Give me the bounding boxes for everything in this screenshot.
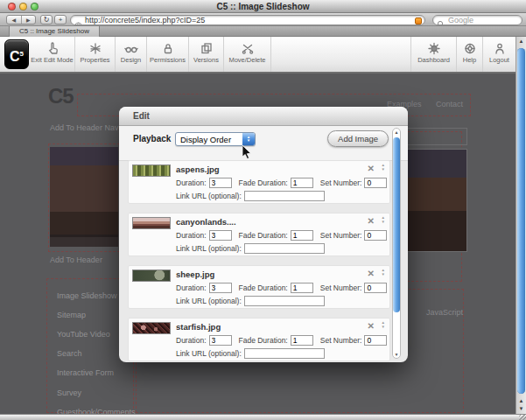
- scroll-down-icon[interactable]: ▼: [393, 352, 400, 357]
- sort-handle-icon[interactable]: ▲▼: [382, 164, 385, 172]
- set-number-input[interactable]: [364, 335, 387, 346]
- back-icon[interactable]: ◀: [7, 16, 22, 24]
- versions-button[interactable]: Versions: [189, 37, 224, 72]
- help-button[interactable]: Help: [456, 37, 482, 72]
- browser-scrollbar-thumb[interactable]: [517, 48, 525, 394]
- right-small-block: [401, 128, 467, 145]
- dialog-body: Playback Display Order ▲▼ Add Image aspe…: [119, 126, 408, 362]
- duration-input[interactable]: [209, 178, 232, 188]
- duration-input[interactable]: [209, 335, 232, 346]
- link-url-label: Link URL (optional):: [176, 192, 242, 200]
- search-input[interactable]: Google: [432, 15, 522, 25]
- link-url-input[interactable]: [244, 348, 325, 359]
- slide-item-aspens: aspens.jpg ✕ ▲▼ Duration: Fade Duration:…: [128, 160, 390, 204]
- browser-scrollbar[interactable]: ▲ ▲ ▼: [515, 37, 526, 414]
- left-canyon-image: [50, 147, 118, 247]
- site-logo: C5: [48, 84, 74, 108]
- add-to-header-link[interactable]: Add To Header: [50, 256, 102, 264]
- fade-duration-input[interactable]: [291, 178, 313, 188]
- set-number-label: Set Number:: [320, 178, 362, 187]
- sort-handle-icon[interactable]: ▲▼: [382, 321, 385, 329]
- starfish-thumbnail: [132, 322, 171, 334]
- link-url-input[interactable]: [244, 296, 325, 306]
- sort-handle-icon[interactable]: ▲▼: [382, 216, 385, 224]
- set-number-input[interactable]: [364, 178, 387, 188]
- link-url-label: Link URL (optional):: [176, 244, 242, 253]
- scroll-up-icon[interactable]: ▲: [516, 37, 526, 46]
- duration-label: Duration:: [176, 178, 207, 187]
- window-titlebar[interactable]: C5 :: Image Slideshow: [0, 0, 526, 13]
- playback-select[interactable]: Display Order ▲▼: [175, 132, 256, 146]
- sidebar-item-search[interactable]: Search: [57, 349, 82, 358]
- link-url-label: Link URL (optional):: [176, 349, 242, 358]
- fade-duration-input[interactable]: [291, 335, 313, 346]
- back-forward-buttons[interactable]: ◀ ▶: [6, 15, 36, 24]
- select-arrows-icon: ▲▼: [242, 133, 255, 145]
- playback-row: Playback Display Order ▲▼ Add Image: [119, 126, 408, 161]
- playback-selected-value: Display Order: [180, 133, 231, 146]
- permissions-button[interactable]: Permissions: [147, 37, 189, 72]
- playback-label: Playback: [133, 134, 171, 144]
- aspens-thumbnail: [132, 164, 171, 177]
- scroll-up-icon[interactable]: ▲: [393, 130, 400, 135]
- logout-button[interactable]: Logout: [482, 37, 515, 72]
- remove-slide-icon[interactable]: ✕: [368, 164, 375, 173]
- search-placeholder: Google: [448, 16, 473, 25]
- remove-slide-icon[interactable]: ✕: [368, 216, 375, 226]
- slide-filename: canyonlands....: [176, 217, 236, 227]
- move-delete-button[interactable]: Move/Delete: [224, 37, 271, 72]
- fade-duration-input[interactable]: [291, 283, 313, 293]
- fade-duration-label: Fade Duration:: [239, 178, 288, 187]
- dialog-scrollbar-thumb[interactable]: [393, 137, 400, 312]
- address-bar[interactable]: http://concrete5/index.php?cID=25: [70, 15, 425, 25]
- add-to-header-nav-link[interactable]: Add To Header Nav: [50, 123, 118, 132]
- resize-grip[interactable]: [519, 415, 526, 420]
- dashboard-button[interactable]: Dashboard: [410, 37, 456, 72]
- fade-duration-input[interactable]: [291, 230, 313, 241]
- remove-slide-icon[interactable]: ✕: [368, 269, 375, 278]
- reload-button[interactable]: ↻: [40, 15, 53, 24]
- tab-c5-image-slideshow[interactable]: C5 :: Image Slideshow: [9, 26, 100, 37]
- slide-filename: starfish.jpg: [176, 322, 221, 332]
- c5-edit-toolbar: C5 Exit Edit Mode Properties Design: [0, 37, 526, 74]
- rss-icon[interactable]: [415, 18, 422, 24]
- person-icon: [493, 40, 507, 56]
- nav-link-contact[interactable]: Contact: [436, 100, 463, 108]
- sidebar-item-youtube-video[interactable]: YouTube Video: [57, 330, 110, 339]
- sidebar-item-survey[interactable]: Survey: [57, 388, 81, 397]
- remove-slide-icon[interactable]: ✕: [368, 321, 375, 331]
- link-url-input[interactable]: [244, 191, 325, 201]
- sidebar-item-interactive-form[interactable]: Interactive Form: [57, 368, 114, 377]
- sidebar-item-image-slideshow[interactable]: Image Slideshow: [57, 291, 117, 300]
- sidebar-item-sitemap[interactable]: Sitemap: [57, 311, 86, 319]
- forward-icon[interactable]: ▶: [22, 16, 36, 24]
- edit-dialog: Edit Playback Display Order ▲▼ Add Image…: [119, 107, 408, 362]
- set-number-input[interactable]: [364, 230, 387, 241]
- scissors-icon: [241, 40, 255, 56]
- slide-item-sheep: sheep.jpg ✕ ▲▼ Duration: Fade Duration: …: [128, 265, 390, 309]
- duration-input[interactable]: [209, 230, 232, 241]
- dialog-titlebar[interactable]: Edit: [119, 107, 408, 126]
- gear-icon: [427, 40, 441, 56]
- duration-input[interactable]: [209, 283, 232, 293]
- set-number-label: Set Number:: [320, 284, 362, 292]
- duration-label: Duration:: [176, 284, 207, 292]
- dialog-scrollbar[interactable]: ▲ ▼: [392, 128, 401, 359]
- design-button[interactable]: Design: [116, 37, 147, 72]
- set-number-input[interactable]: [364, 283, 387, 293]
- canyonlands-thumbnail: [132, 217, 171, 229]
- exit-edit-mode-button[interactable]: Exit Edit Mode: [30, 37, 75, 72]
- right-canyon-image: [401, 149, 467, 252]
- link-url-label: Link URL (optional):: [176, 297, 242, 305]
- sidebar-item-guestbook-comments[interactable]: Guestbook/Comments: [57, 408, 136, 414]
- duration-label: Duration:: [176, 231, 207, 240]
- add-image-button[interactable]: Add Image: [327, 130, 389, 147]
- url-text: http://concrete5/index.php?cID=25: [85, 16, 205, 25]
- link-url-input[interactable]: [244, 243, 325, 254]
- duration-label: Duration:: [176, 336, 207, 345]
- c5-logo[interactable]: C5: [4, 39, 29, 69]
- sort-handle-icon[interactable]: ▲▼: [382, 269, 385, 276]
- scroll-down-icon[interactable]: ▼: [516, 404, 526, 413]
- new-tab-button[interactable]: +: [54, 15, 67, 24]
- properties-button[interactable]: Properties: [75, 37, 116, 72]
